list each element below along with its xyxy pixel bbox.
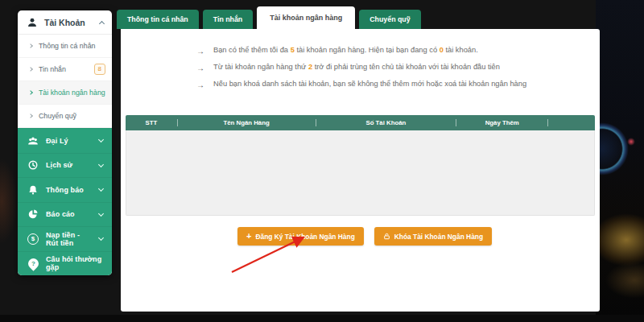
chevron-right-icon bbox=[28, 43, 33, 48]
table-body-empty bbox=[126, 130, 595, 216]
sidebar-item-personal-info[interactable]: Thông tin cá nhân bbox=[18, 35, 112, 58]
message-count-badge: 8 bbox=[94, 64, 105, 75]
sidebar-item-messages[interactable]: Tin nhắn 8 bbox=[18, 58, 112, 81]
tab-bar: Thông tin cá nhân Tin nhắn Tài khoản ngâ… bbox=[117, 6, 421, 29]
bottom-strip bbox=[0, 315, 644, 322]
chevron-down-icon bbox=[98, 186, 104, 192]
register-bank-account-button[interactable]: + Đăng Ký Tài Khoản Ngân Hàng bbox=[237, 227, 364, 246]
tab-personal-info[interactable]: Thông tin cá nhân bbox=[117, 10, 199, 29]
background-photo-left bbox=[0, 113, 18, 290]
note-text: Nếu bạn khoá danh sách tài khoản, bạn sẽ… bbox=[213, 79, 526, 91]
chevron-down-icon bbox=[98, 211, 104, 217]
note-text: Bạn có thể thêm tối đa 5 tài khoản ngân … bbox=[213, 45, 478, 57]
sidebar-item-notifications[interactable]: Thông báo bbox=[18, 177, 112, 202]
tab-fund-transfer[interactable]: Chuyển quỹ bbox=[359, 10, 420, 29]
note-matching-name: → Từ tài khoản ngân hàng thứ 2 trở đi ph… bbox=[196, 62, 543, 74]
arrow-right-icon: → bbox=[196, 45, 204, 57]
plus-icon: + bbox=[246, 233, 251, 240]
chevron-right-icon bbox=[28, 114, 33, 118]
info-notes: → Bạn có thể thêm tối đa 5 tài khoản ngâ… bbox=[196, 45, 543, 96]
sidebar-item-bank-accounts[interactable]: Tài khoản ngân hàng bbox=[18, 81, 112, 105]
sidebar-item-fund-transfer[interactable]: Chuyển quỹ bbox=[18, 105, 112, 128]
arrow-right-icon: → bbox=[196, 62, 204, 74]
chevron-down-icon bbox=[98, 137, 104, 142]
sidebar-header-account[interactable]: Tài Khoản bbox=[18, 10, 112, 35]
column-header-account-number: Số Tài Khoản bbox=[316, 119, 456, 126]
note-max-accounts: → Bạn có thể thêm tối đa 5 tài khoản ngâ… bbox=[196, 45, 543, 57]
column-header-stt: STT bbox=[126, 119, 177, 126]
sidebar-item-deposit-withdraw[interactable]: $ Nạp tiền - Rút tiền bbox=[18, 226, 112, 251]
column-header-bank-name: Tên Ngân Hàng bbox=[178, 119, 316, 126]
sidebar-item-agency[interactable]: Đại Lý bbox=[18, 128, 112, 153]
note-lock-warning: → Nếu bạn khoá danh sách tài khoản, bạn … bbox=[196, 79, 543, 91]
chevron-down-icon bbox=[98, 235, 104, 241]
person-icon bbox=[27, 17, 38, 28]
chevron-right-icon bbox=[28, 90, 33, 95]
tab-bank-accounts[interactable]: Tài khoản ngân hàng bbox=[257, 6, 355, 29]
lock-bank-account-button[interactable]: Khóa Tài Khoản Ngân Hàng bbox=[374, 227, 492, 246]
sidebar-header-label: Tài Khoản bbox=[44, 18, 93, 27]
action-buttons: + Đăng Ký Tài Khoản Ngân Hàng Khóa Tài K… bbox=[237, 227, 492, 246]
question-pin-icon: ? bbox=[27, 258, 39, 269]
table-header-row: STT Tên Ngân Hàng Số Tài Khoản Ngày Thêm bbox=[126, 115, 595, 130]
tab-messages[interactable]: Tin nhắn bbox=[203, 10, 254, 29]
background-photo-right bbox=[596, 0, 644, 316]
arrow-right-icon: → bbox=[196, 79, 204, 91]
bank-accounts-table: STT Tên Ngân Hàng Số Tài Khoản Ngày Thêm bbox=[126, 115, 595, 216]
sidebar-item-reports[interactable]: Báo cáo bbox=[18, 202, 112, 227]
bank-accounts-panel: → Bạn có thể thêm tối đa 5 tài khoản ngâ… bbox=[121, 29, 600, 312]
note-text: Từ tài khoản ngân hàng thứ 2 trở đi phải… bbox=[213, 62, 500, 74]
chevron-up-icon bbox=[99, 20, 105, 26]
chevron-right-icon bbox=[28, 67, 33, 72]
history-icon bbox=[27, 159, 39, 171]
chevron-down-icon bbox=[98, 162, 104, 167]
lock-icon bbox=[383, 233, 390, 240]
sidebar-item-history[interactable]: Lịch sử bbox=[18, 153, 112, 178]
sidebar-item-faq[interactable]: ? Câu hỏi thường gặp bbox=[18, 251, 112, 276]
sidebar: Tài Khoản Thông tin cá nhân Tin nhắn 8 T… bbox=[18, 10, 112, 275]
bell-icon bbox=[27, 184, 39, 196]
pie-chart-icon bbox=[27, 208, 39, 220]
column-separator bbox=[547, 119, 548, 126]
dollar-circle-icon: $ bbox=[27, 233, 39, 245]
users-icon bbox=[27, 135, 39, 147]
column-header-date-added: Ngày Thêm bbox=[456, 119, 547, 126]
sidebar-green-section: Đại Lý Lịch sử Thông báo Báo cáo $ bbox=[18, 128, 112, 275]
